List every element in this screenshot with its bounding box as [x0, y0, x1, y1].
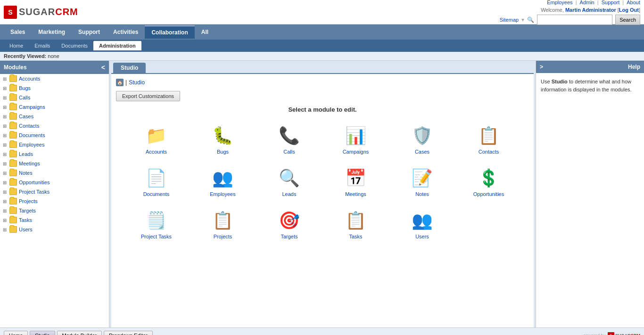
sidebar-item-cases[interactable]: ⊞ Cases [0, 112, 109, 121]
sidebar-label: Targets [19, 208, 36, 213]
breadcrumb-home-icon[interactable]: 🏠 [116, 79, 124, 86]
bottom-btn-dropdown-editor[interactable]: Dropdown Editor [104, 331, 153, 335]
module-item-employees[interactable]: 👥 Employees [192, 163, 254, 201]
nav-item-marketing[interactable]: Marketing [32, 26, 72, 38]
notes-icon: 📝 [411, 167, 434, 189]
admin-link[interactable]: Admin [580, 0, 594, 5]
sidebar-item-employees[interactable]: ⊞ Employees [0, 140, 109, 149]
sidebar-item-documents[interactable]: ⊞ Documents [0, 131, 109, 140]
sidebar-item-contacts[interactable]: ⊞ Contacts [0, 121, 109, 131]
sidebar-item-targets[interactable]: ⊞ Targets [0, 206, 109, 215]
user-name-link[interactable]: Martin Administrator [565, 7, 616, 13]
module-item-tasks[interactable]: 📋 Tasks [325, 205, 387, 243]
sidebar-item-opportunities[interactable]: ⊞ Opportunities [0, 178, 109, 187]
sub-nav-emails[interactable]: Emails [29, 41, 56, 50]
top-links: Employees | Admin | Support | About [547, 0, 640, 5]
sidebar-label: Campaigns [19, 104, 45, 110]
sidebar-item-users[interactable]: ⊞ Users [0, 225, 109, 234]
nav-item-sales[interactable]: Sales [4, 26, 32, 38]
module-item-cases[interactable]: 🛡️ Cases [391, 121, 453, 158]
breadcrumb-studio-link[interactable]: Studio [129, 79, 145, 86]
folder-icon [9, 94, 17, 101]
expand-icon: ⊞ [3, 76, 8, 82]
module-item-calls[interactable]: 📞 Calls [258, 121, 320, 158]
logo-text: SUGARCRM [19, 7, 78, 17]
bottom-btn-module-builder[interactable]: Module Builder [57, 331, 102, 335]
module-item-bugs[interactable]: 🐛 Bugs [192, 121, 254, 158]
sidebar-item-calls[interactable]: ⊞ Calls [0, 93, 109, 102]
sidebar-item-notes[interactable]: ⊞ Notes [0, 168, 109, 178]
module-label-meetings: Meetings [345, 191, 366, 197]
sidebar: Modules < ⊞ Accounts ⊞ Bugs ⊞ Calls ⊞ Ca… [0, 61, 109, 327]
nav-item-activities[interactable]: Activities [107, 26, 145, 38]
bottom-btn-studio[interactable]: Studio [30, 331, 55, 335]
module-item-meetings[interactable]: 📅 Meetings [325, 163, 387, 201]
sub-nav-documents[interactable]: Documents [56, 41, 93, 50]
folder-icon [9, 132, 17, 139]
studio-tab-bar: Studio [111, 61, 534, 74]
module-item-users[interactable]: 👥 Users [391, 205, 453, 243]
about-link[interactable]: About [627, 0, 640, 5]
select-module-label: Select a module to edit. [116, 106, 529, 113]
studio-content: 🏠 | Studio Export Customizations Select … [111, 74, 534, 327]
sidebar-item-tasks[interactable]: ⊞ Tasks [0, 215, 109, 225]
module-item-accounts[interactable]: 📁 Accounts [125, 121, 187, 158]
sidebar-collapse-button[interactable]: < [101, 64, 105, 71]
sub-nav-home[interactable]: Home [4, 41, 29, 50]
expand-icon: ⊞ [3, 189, 8, 195]
sub-nav: Home Emails Documents Administration [0, 40, 644, 52]
folder-icon [9, 113, 17, 120]
sidebar-item-accounts[interactable]: ⊞ Accounts [0, 74, 109, 83]
nav-item-collaboration[interactable]: Collaboration [145, 25, 194, 39]
folder-icon [9, 160, 17, 167]
export-customizations-button[interactable]: Export Customizations [116, 91, 180, 101]
search-input[interactable] [537, 15, 612, 25]
module-item-leads[interactable]: 🔍 Leads [258, 163, 320, 201]
calls-icon: 📞 [278, 124, 301, 147]
module-item-documents[interactable]: 📄 Documents [125, 163, 187, 201]
module-item-contacts[interactable]: 📋 Contacts [458, 121, 520, 158]
studio-tab[interactable]: Studio [113, 63, 146, 73]
sidebar-label: Opportunities [19, 180, 50, 185]
folder-icon [9, 170, 17, 176]
top-bar: S SUGARCRM Employees | Admin | Support |… [0, 0, 644, 25]
logo-icon: S [4, 6, 17, 19]
folder-icon [9, 104, 17, 110]
expand-icon: ⊞ [3, 227, 8, 232]
sidebar-label: Notes [19, 170, 33, 176]
employees-link[interactable]: Employees [547, 0, 572, 5]
sidebar-item-meetings[interactable]: ⊞ Meetings [0, 159, 109, 168]
help-expand-icon[interactable]: > [540, 64, 543, 70]
module-item-opportunities[interactable]: 💲 Opportunities [458, 163, 520, 201]
bottom-btn-home[interactable]: Home [4, 331, 28, 335]
sidebar-item-bugs[interactable]: ⊞ Bugs [0, 83, 109, 93]
expand-icon: ⊞ [3, 133, 8, 138]
expand-icon: ⊞ [3, 208, 8, 213]
support-link[interactable]: Support [602, 0, 620, 5]
module-item-campaigns[interactable]: 📊 Campaigns [325, 121, 387, 158]
sitemap-button[interactable]: Sitemap [500, 17, 519, 23]
module-item-notes[interactable]: 📝 Notes [391, 163, 453, 201]
sidebar-item-leads[interactable]: ⊞ Leads [0, 149, 109, 159]
sidebar-item-campaigns[interactable]: ⊞ Campaigns [0, 102, 109, 112]
module-label-tasks: Tasks [349, 234, 362, 239]
sidebar-item-project-tasks[interactable]: ⊞ Project Tasks [0, 187, 109, 196]
module-item-projects[interactable]: 📋 Projects [192, 205, 254, 243]
module-item-targets[interactable]: 🎯 Targets [258, 205, 320, 243]
nav-item-support[interactable]: Support [72, 26, 107, 38]
nav-item-all[interactable]: All [195, 26, 215, 38]
module-label-notes: Notes [415, 191, 429, 197]
welcome-line: Welcome, Martin Administrator [Log Out] [541, 7, 640, 13]
sub-nav-administration[interactable]: Administration [93, 41, 141, 50]
search-button[interactable]: Search [615, 15, 640, 25]
sidebar-label: Accounts [19, 76, 40, 82]
documents-icon: 📄 [145, 167, 168, 189]
main-layout: Modules < ⊞ Accounts ⊞ Bugs ⊞ Calls ⊞ Ca… [0, 61, 644, 327]
project-tasks-icon: 🗒️ [145, 209, 168, 232]
module-item-project-tasks[interactable]: 🗒️ Project Tasks [125, 205, 187, 243]
logout-link[interactable]: Log Out [619, 7, 639, 13]
folder-icon [9, 141, 17, 148]
sidebar-item-projects[interactable]: ⊞ Projects [0, 196, 109, 206]
module-label-contacts: Contacts [479, 149, 499, 155]
folder-icon [9, 207, 17, 214]
